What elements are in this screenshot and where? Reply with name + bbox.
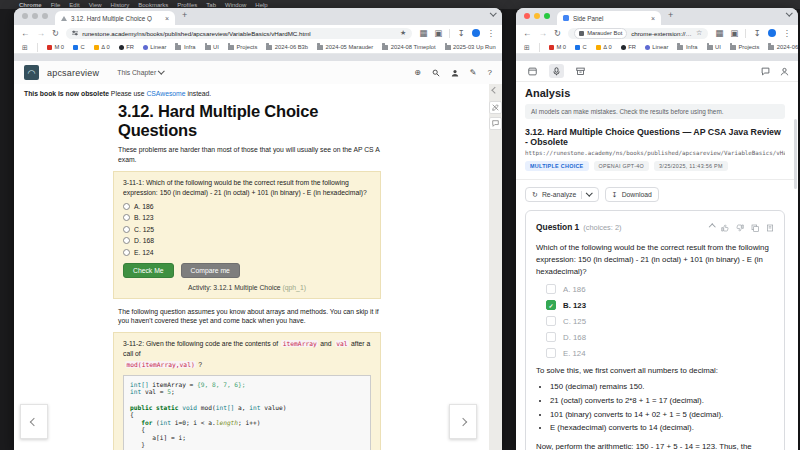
bookmark-folder[interactable]: UI bbox=[707, 44, 721, 50]
apcsareview-logo[interactable]: ◠ bbox=[24, 65, 39, 80]
radio-button[interactable] bbox=[123, 226, 130, 233]
answer-option[interactable]: E. 124 bbox=[123, 249, 371, 256]
answer-option[interactable]: D. 168 bbox=[123, 237, 371, 244]
menu-item-chrome[interactable]: Chrome bbox=[19, 2, 42, 8]
search-icon[interactable] bbox=[432, 69, 440, 77]
downloads-icon[interactable]: ↧ bbox=[753, 29, 760, 38]
bookmark-folder[interactable]: 2024-05 Marauder bbox=[317, 44, 373, 50]
checkbox[interactable] bbox=[546, 316, 556, 326]
download-button[interactable]: ↧ Download bbox=[605, 187, 659, 202]
chapter-menu[interactable]: This Chapter bbox=[117, 69, 163, 76]
copy-icon[interactable] bbox=[751, 218, 759, 236]
menu-item-profiles[interactable]: Profiles bbox=[177, 2, 197, 8]
reload-icon[interactable]: ↻ bbox=[554, 29, 561, 38]
zoom-window-button[interactable] bbox=[42, 13, 48, 19]
browser-tab[interactable]: Side Panel × bbox=[557, 11, 661, 25]
bookmark-item[interactable]: Δ 0 bbox=[94, 44, 110, 50]
edit-pencil-icon[interactable]: ✎ bbox=[470, 68, 477, 77]
choice-row[interactable]: E. 124 bbox=[546, 348, 774, 358]
check-me-button[interactable]: Check Me bbox=[123, 263, 174, 278]
bookmark-item[interactable]: Linear bbox=[645, 44, 669, 50]
checkbox[interactable] bbox=[546, 284, 556, 294]
downloads-icon[interactable]: ↧ bbox=[457, 29, 464, 38]
zoom-window-button[interactable] bbox=[544, 13, 550, 19]
comments-icon[interactable] bbox=[489, 117, 502, 130]
reanalyze-dropdown-icon[interactable] bbox=[586, 190, 592, 196]
answer-option[interactable]: C. 125 bbox=[123, 226, 371, 233]
answer-option[interactable]: A. 186 bbox=[123, 203, 371, 210]
csawesome-link[interactable]: CSAwesome bbox=[146, 90, 185, 97]
collapse-rail-icon[interactable] bbox=[489, 88, 502, 93]
answer-option[interactable]: B. 123 bbox=[123, 214, 371, 221]
panel-scrollbar[interactable] bbox=[794, 119, 797, 189]
bookmark-folder[interactable]: 2025-03 Up Run bbox=[445, 44, 496, 50]
close-window-button[interactable] bbox=[22, 13, 28, 19]
tab-search-icon[interactable] bbox=[491, 8, 496, 20]
radio-button[interactable] bbox=[123, 203, 130, 210]
panel-tab-archive-icon[interactable] bbox=[573, 64, 588, 78]
tab-close-icon[interactable]: × bbox=[651, 15, 655, 22]
radio-button[interactable] bbox=[123, 237, 130, 244]
apps-grid-icon[interactable]: ⊞ bbox=[524, 44, 530, 51]
panel-tab-mic-icon[interactable] bbox=[549, 64, 564, 78]
bookmark-item[interactable]: Linear bbox=[143, 44, 167, 50]
choice-row[interactable]: A. 186 bbox=[546, 284, 774, 294]
close-window-button[interactable] bbox=[524, 13, 530, 19]
choice-row-selected[interactable]: ✓B. 123 bbox=[546, 300, 774, 310]
bookmark-folder[interactable]: Infra bbox=[677, 44, 697, 50]
radio-button[interactable] bbox=[123, 249, 130, 256]
bookmark-star-icon[interactable]: ☆ bbox=[696, 29, 702, 37]
bookmark-item[interactable]: FR bbox=[119, 44, 134, 50]
back-icon[interactable]: ← bbox=[523, 29, 532, 38]
address-bar[interactable]: runestone.academy/ns/books/published/apc… bbox=[66, 28, 412, 39]
reanalyze-button[interactable]: ↻ Re-analyze bbox=[525, 187, 599, 202]
new-tab-button[interactable]: + bbox=[668, 10, 673, 20]
side-panel-icon[interactable]: ▣ bbox=[730, 29, 738, 38]
chrome-menu-icon[interactable]: ⋮ bbox=[783, 29, 792, 38]
bookmark-item[interactable]: C bbox=[73, 44, 85, 50]
address-bar[interactable]: Marauder Bot chrome-extension://hhkkaken… bbox=[568, 28, 708, 39]
feedback-icon[interactable] bbox=[761, 62, 770, 80]
menu-item-view[interactable]: View bbox=[89, 2, 102, 8]
bookmark-item[interactable]: C bbox=[575, 44, 587, 50]
tab-search-icon[interactable] bbox=[787, 8, 792, 20]
bookmark-folder[interactable]: 2024-06 B3b bbox=[266, 44, 308, 50]
bookmark-folder[interactable]: 2024-06 B3b bbox=[768, 44, 798, 50]
bookmark-item[interactable]: M 0 bbox=[549, 44, 566, 50]
profile-avatar[interactable] bbox=[768, 29, 776, 37]
bookmark-item[interactable]: Δ 0 bbox=[596, 44, 612, 50]
site-brand[interactable]: apcsareview bbox=[47, 68, 99, 78]
profile-avatar[interactable] bbox=[472, 29, 480, 37]
next-page-button[interactable] bbox=[449, 404, 477, 439]
menu-item-file[interactable]: File bbox=[51, 2, 61, 8]
extension-chip[interactable]: Marauder Bot bbox=[574, 28, 627, 39]
account-icon[interactable] bbox=[780, 62, 789, 80]
menu-item-history[interactable]: History bbox=[111, 2, 130, 8]
menu-item-edit[interactable]: Edit bbox=[69, 2, 79, 8]
bookmark-item[interactable]: FR bbox=[621, 44, 636, 50]
globe-icon[interactable]: ⊕ bbox=[414, 68, 421, 77]
bookmark-folder[interactable]: Projects bbox=[730, 44, 759, 50]
chrome-menu-icon[interactable]: ⋮ bbox=[487, 29, 496, 38]
menu-item-window[interactable]: Window bbox=[225, 2, 246, 8]
user-icon[interactable] bbox=[451, 69, 459, 77]
choice-row[interactable]: D. 168 bbox=[546, 332, 774, 342]
reload-icon[interactable]: ↻ bbox=[52, 29, 59, 38]
hide-highlights-icon[interactable] bbox=[489, 101, 502, 114]
checkbox[interactable] bbox=[546, 332, 556, 342]
thumbs-down-icon[interactable] bbox=[736, 218, 744, 236]
reading-list-icon[interactable]: ▦ bbox=[715, 29, 723, 38]
collapse-icon[interactable] bbox=[709, 224, 715, 230]
prev-page-button[interactable] bbox=[20, 404, 48, 439]
site-settings-icon[interactable] bbox=[72, 30, 78, 36]
forward-icon[interactable]: → bbox=[37, 29, 46, 38]
bookmark-folder[interactable]: 2024-08 Timeplot bbox=[382, 44, 435, 50]
minimize-window-button[interactable] bbox=[534, 13, 540, 19]
minimize-window-button[interactable] bbox=[32, 13, 38, 19]
choice-row[interactable]: C. 125 bbox=[546, 316, 774, 326]
tab-close-icon[interactable]: × bbox=[165, 15, 169, 22]
bookmark-star-icon[interactable]: ★ bbox=[400, 29, 406, 37]
forward-icon[interactable]: → bbox=[539, 29, 548, 38]
side-panel-icon[interactable]: ▣ bbox=[434, 29, 442, 38]
checkbox[interactable] bbox=[546, 348, 556, 358]
